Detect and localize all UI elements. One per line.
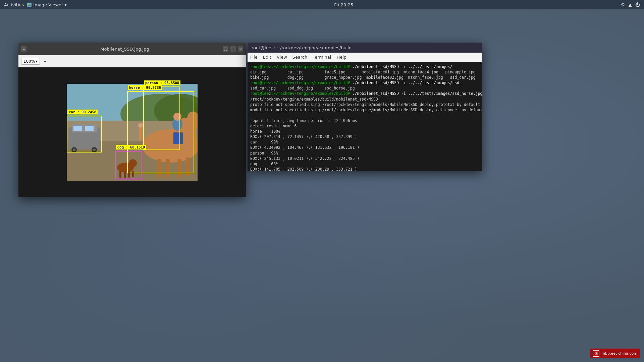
- terminal-menu-terminal[interactable]: Terminal: [313, 55, 331, 60]
- app-name-button[interactable]: Image Viewer ▾: [26, 2, 67, 7]
- window-minimize-button[interactable]: –: [21, 46, 26, 52]
- term-line-15: car :99%: [250, 139, 480, 145]
- image-viewer-icon: [26, 2, 32, 7]
- watermark-text: mbb.eet-china.com: [601, 351, 637, 356]
- term-line-19: dog :68%: [250, 161, 480, 167]
- watermark-icon: 面: [593, 350, 599, 357]
- bbox-dog: dog : 68.1519: [115, 151, 142, 179]
- term-line-9: model file not specified,using /root/roc…: [250, 107, 480, 113]
- watermark: 面 mbb.eet-china.com: [590, 349, 640, 358]
- term-line-14: BOX:( 207.514 , 72.1457 ),( 420.58 , 357…: [250, 134, 480, 139]
- topbar-right: ⚙ ▲ ⏻: [617, 2, 644, 7]
- term-line-17: person :96%: [250, 150, 480, 156]
- term-line-6: root@leez:~/rockdev/tengine/examples/bui…: [250, 91, 480, 96]
- topbar-clock: Fri 20:25: [71, 2, 617, 7]
- svg-rect-0: [27, 3, 32, 7]
- zoom-chevron-icon[interactable]: ▾: [36, 59, 38, 64]
- terminal-content[interactable]: root@leez:~/rockdev/tengine/examples/bui…: [248, 62, 482, 171]
- terminal-menu-edit[interactable]: Edit: [263, 55, 271, 60]
- bbox-person-label: person : 95.8508: [144, 80, 180, 85]
- activities-button[interactable]: Activities: [4, 2, 24, 7]
- term-line-7: /root/rockdev/tengine/examples/build/mob…: [250, 97, 480, 102]
- term-line-8: proto file not specified,using /root/roc…: [250, 102, 480, 107]
- term-line-18: BOX:( 245.133 , 10.0211 ),( 342.722 , 22…: [250, 156, 480, 161]
- terminal-menu-search[interactable]: Search: [292, 55, 308, 60]
- bbox-car-label: car : 99.2458: [67, 110, 98, 114]
- svg-point-1: [28, 3, 29, 5]
- terminal-title: root@leez: ~/rockdev/tengine/examples/bu…: [252, 45, 352, 50]
- term-line-11: repeat 1 times, avg time per run is 122.…: [250, 118, 480, 123]
- image-viewer-window: – Mobilenet_SSD.jpg.jpg ⛶ ☰ ✕ 100% ▾ +: [18, 43, 246, 197]
- settings-icon[interactable]: ⚙: [621, 2, 625, 7]
- power-icon[interactable]: ⏻: [635, 2, 640, 7]
- term-line-12: detect result num: 6: [250, 123, 480, 129]
- terminal-titlebar: root@leez: ~/rockdev/tengine/examples/bu…: [248, 43, 482, 53]
- terminal-menu-view[interactable]: View: [277, 55, 287, 60]
- bbox-dog-label: dog : 68.1519: [116, 145, 146, 149]
- image-viewer-title: Mobilenet_SSD.jpg.jpg: [29, 47, 221, 52]
- term-line-13: horse :100%: [250, 129, 480, 134]
- term-line-10: [250, 113, 480, 118]
- term-line-2: air.jpg cat.jpg face5.jpg mobileface01.j…: [250, 69, 480, 75]
- terminal-menubar: File Edit View Search Terminal Help: [248, 53, 482, 62]
- image-viewer-content: person : 95.8508 horse : 99.9736 car : 9…: [18, 67, 246, 197]
- term-line-16: BOX:( 4.34092 , 104.467 ),( 131.632 , 19…: [250, 145, 480, 150]
- bbox-horse-label: horse : 99.9736: [128, 85, 162, 90]
- detected-image: person : 95.8508 horse : 99.9736 car : 9…: [67, 84, 198, 181]
- term-line-20: BOX:( 141.705 , 202.509 ),( 200.29 , 353…: [250, 167, 480, 171]
- terminal-menu-file[interactable]: File: [250, 55, 258, 60]
- term-line-4: root@leez:~/rockdev/tengine/examples/bui…: [250, 80, 480, 85]
- window-expand-button[interactable]: ⛶: [223, 46, 228, 52]
- terminal-window: root@leez: ~/rockdev/tengine/examples/bu…: [248, 43, 482, 171]
- window-close-button[interactable]: ✕: [238, 46, 243, 52]
- term-line-1: root@leez:~/rockdev/tengine/examples/bui…: [250, 64, 480, 69]
- topbar: Activities Image Viewer ▾ Fri 20:25 ⚙ ▲ …: [0, 0, 644, 9]
- terminal-menu-help[interactable]: Help: [336, 55, 346, 60]
- topbar-left: Activities Image Viewer ▾: [0, 2, 71, 7]
- wifi-icon[interactable]: ▲: [628, 2, 632, 7]
- appname-chevron-icon[interactable]: ▾: [64, 2, 67, 7]
- image-viewer-toolbar: 100% ▾ +: [18, 55, 246, 67]
- image-viewer-titlebar: – Mobilenet_SSD.jpg.jpg ⛶ ☰ ✕: [18, 43, 246, 55]
- zoom-fit-button[interactable]: +: [42, 58, 48, 65]
- zoom-display: 100% ▾: [21, 58, 40, 65]
- bbox-car: car : 99.2458: [67, 116, 102, 153]
- term-line-5: ssd_car.jpg ssd_dog.jpg ssd_horse.jpg: [250, 85, 480, 91]
- window-menu-button[interactable]: ☰: [230, 46, 236, 52]
- term-line-3: bike.jpg dog.jpg grace_hopper.jpg mobile…: [250, 75, 480, 80]
